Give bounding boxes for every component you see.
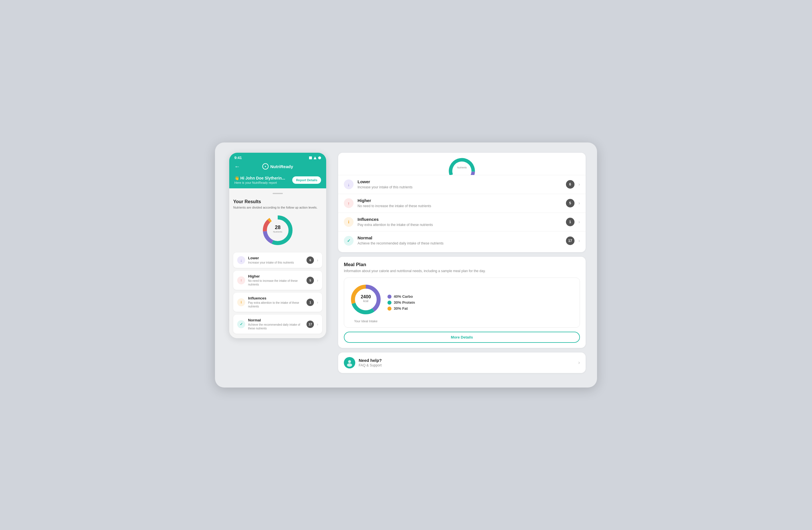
influences-badge: 1 — [306, 299, 314, 306]
brand-icon: ● — [262, 163, 269, 170]
right-nutrient-influences[interactable]: i Influences Pay extra attention to the … — [338, 212, 585, 231]
svg-text:kcal: kcal — [363, 299, 368, 303]
phone-status-bar: 9:41 — [229, 153, 326, 161]
results-subtitle: Nutrients are divided according to the f… — [233, 205, 322, 210]
user-greeting: 👋 Hi John Doe Slytherin... — [234, 176, 285, 180]
help-subtitle: FAQ & Support — [359, 363, 575, 367]
lower-badge: 6 — [306, 256, 314, 264]
phone-header: 9:41 ← ● NutriReady — [229, 153, 326, 188]
influences-desc: Pay extra attention to the intake of the… — [248, 301, 304, 308]
meal-plan-subtitle: Information about your calorie and nutri… — [344, 269, 580, 274]
svg-point-14 — [347, 363, 352, 367]
status-rect-icon — [309, 157, 312, 159]
right-nutrient-list: ↓ Lower Increase your intake of this nut… — [338, 175, 585, 250]
help-section[interactable]: Need help? FAQ & Support › — [338, 352, 585, 373]
carbo-label: 40% Carbo — [394, 294, 413, 299]
meal-donut-chart: 2400 kcal — [349, 282, 383, 316]
lower-chevron-icon: › — [317, 258, 318, 262]
meal-plan-title: Meal Plan — [344, 262, 580, 268]
right-lower-desc: Increase your intake of this nutrients — [358, 185, 562, 190]
ideal-intake-label: Your Ideal Intake — [349, 320, 383, 323]
macro-protein: 30% Protein — [388, 300, 575, 305]
phone-greeting: 👋 Hi John Doe Slytherin... Here is your … — [229, 173, 326, 188]
greeting-text: 👋 Hi John Doe Slytherin... Here is your … — [234, 176, 285, 185]
higher-badge: 5 — [306, 277, 314, 284]
phone-donut-label: Nutrients — [273, 231, 282, 233]
lower-desc: Increase your intake of this nutrients — [248, 261, 304, 264]
phone-nav: ← ● NutriReady — [229, 161, 326, 173]
right-nutrient-lower[interactable]: ↓ Lower Increase your intake of this nut… — [338, 175, 585, 194]
right-nutrient-higher[interactable]: ↑ Higher No need to increase the intake … — [338, 194, 585, 212]
right-normal-badge: 17 — [566, 236, 575, 245]
right-influences-icon: i — [344, 217, 353, 227]
normal-badge: 17 — [306, 321, 314, 328]
app-name: NutriReady — [270, 164, 293, 169]
right-higher-title: Higher — [358, 198, 562, 203]
right-normal-title: Normal — [358, 235, 562, 240]
more-details-button[interactable]: More Details — [344, 332, 580, 343]
influences-title: Influences — [248, 296, 304, 300]
help-chevron-icon: › — [578, 359, 580, 366]
meal-card: 2400 kcal Your Ideal Intake 40% Carbo 30 — [344, 278, 580, 328]
right-top-chart: Nutrients — [338, 153, 585, 175]
lower-icon: ↓ — [237, 256, 245, 264]
protein-dot — [388, 300, 391, 305]
help-avatar — [344, 357, 355, 368]
macro-fat: 30% Fat — [388, 306, 575, 311]
results-section: Your Results Nutrients are divided accor… — [233, 199, 322, 250]
right-higher-badge: 5 — [566, 199, 575, 207]
status-battery-icon — [318, 157, 321, 159]
back-button[interactable]: ← — [234, 163, 240, 170]
carbo-dot — [388, 295, 391, 299]
phone-nutrient-normal[interactable]: ✓ Normal Achieve the recommended daily i… — [233, 314, 322, 334]
avatar-icon — [346, 359, 353, 367]
right-influences-desc: Pay extra attention to the intake of the… — [358, 223, 562, 227]
status-signal-icon — [314, 157, 317, 159]
right-nutrient-normal[interactable]: ✓ Normal Achieve the recommended daily i… — [338, 231, 585, 250]
phone-donut-value: 28 — [275, 224, 280, 230]
right-normal-chevron-icon: › — [579, 238, 580, 244]
macro-carbo: 40% Carbo — [388, 294, 575, 299]
meal-info: 40% Carbo 30% Protein 30% Fat — [388, 294, 575, 311]
right-top-card: Nutrients ↓ Lower Increase your intake o… — [338, 153, 585, 252]
right-influences-chevron-icon: › — [579, 219, 580, 224]
fat-label: 30% Fat — [394, 306, 408, 311]
help-title: Need help? — [359, 358, 575, 363]
brand: ● NutriReady — [262, 163, 293, 170]
report-details-button[interactable]: Report Details — [292, 176, 321, 184]
phone-donut-chart: 28 Nutrients — [261, 213, 295, 247]
higher-chevron-icon: › — [317, 278, 318, 283]
right-influences-badge: 1 — [566, 218, 575, 226]
right-influences-title: Influences — [358, 217, 562, 222]
right-normal-icon: ✓ — [344, 236, 353, 246]
right-normal-desc: Achieve the recommended daily intake of … — [358, 241, 562, 246]
phone-nutrient-higher[interactable]: ↑ Higher No need to increase the intake … — [233, 271, 322, 290]
right-donut-chart: Nutrients — [446, 155, 478, 175]
phone-time: 9:41 — [234, 156, 242, 160]
right-lower-chevron-icon: › — [579, 182, 580, 187]
phone-mockup: 9:41 ← ● NutriReady — [229, 153, 326, 338]
normal-desc: Achieve the recommended daily intake of … — [248, 323, 304, 330]
status-icons — [309, 157, 321, 159]
phone-nutrient-influences[interactable]: i Influences Pay extra attention to the … — [233, 293, 322, 312]
right-donut-label: Nutrients — [457, 166, 467, 169]
greeting-subtitle: Here is your NutriReady report — [234, 181, 285, 185]
phone-body: Your Results Nutrients are divided accor… — [229, 188, 326, 338]
influences-chevron-icon: › — [317, 300, 318, 305]
phone-wrapper: 9:41 ← ● NutriReady — [227, 153, 329, 377]
svg-point-13 — [348, 360, 351, 363]
right-higher-chevron-icon: › — [579, 201, 580, 206]
influences-icon: i — [237, 298, 245, 306]
normal-chevron-icon: › — [317, 322, 318, 326]
right-higher-desc: No need to increase the intake of these … — [358, 204, 562, 209]
help-text: Need help? FAQ & Support — [359, 358, 575, 367]
fat-dot — [388, 307, 391, 311]
phone-donut-container: 28 Nutrients — [233, 213, 322, 247]
svg-text:2400: 2400 — [361, 294, 371, 299]
meal-plan-section: Meal Plan Information about your calorie… — [338, 257, 585, 348]
higher-desc: No need to increase the intake of these … — [248, 279, 304, 286]
normal-title: Normal — [248, 318, 304, 322]
right-lower-icon: ↓ — [344, 179, 353, 189]
right-panel: Nutrients ↓ Lower Increase your intake o… — [338, 153, 585, 377]
phone-nutrient-lower[interactable]: ↓ Lower Increase your intake of this nut… — [233, 252, 322, 268]
